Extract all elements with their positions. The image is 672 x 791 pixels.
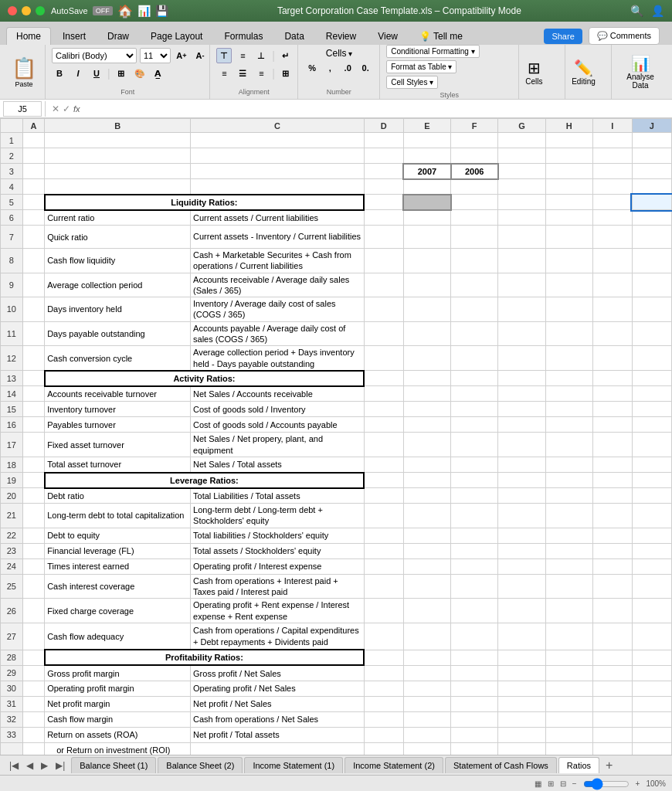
tab-review[interactable]: Review <box>316 27 366 45</box>
cell-b28[interactable]: Profitability Ratios: <box>45 650 365 665</box>
tab-data[interactable]: Data <box>274 27 314 45</box>
cell-b14[interactable]: Accounts receivable turnover <box>45 386 191 402</box>
cell-h19[interactable] <box>545 473 592 488</box>
cell-e11[interactable] <box>403 321 450 346</box>
cell-i2[interactable] <box>592 148 632 164</box>
italic-button[interactable]: I <box>70 66 86 81</box>
cell-i7[interactable] <box>592 226 632 249</box>
cell-d1[interactable] <box>364 133 403 148</box>
cell-e5[interactable] <box>403 195 450 210</box>
cell-g1[interactable] <box>498 133 545 148</box>
cell-j27[interactable] <box>632 623 671 650</box>
cell-j16[interactable] <box>632 417 671 433</box>
cell-e22[interactable] <box>403 528 450 543</box>
cell-g28[interactable] <box>498 650 545 665</box>
cell-c16[interactable]: Cost of goods sold / Accounts payable <box>191 417 365 433</box>
cell-d20[interactable] <box>364 488 403 504</box>
cell-styles-button[interactable]: Cell Styles ▾ <box>386 76 438 89</box>
cell-c29[interactable]: Gross profit / Net Sales <box>191 665 365 681</box>
tab-tell-me[interactable]: 💡 Tell me <box>409 27 473 45</box>
cell-a25[interactable] <box>22 574 45 599</box>
cell-e21[interactable] <box>403 504 450 528</box>
cell-h27[interactable] <box>545 623 592 650</box>
cell-c17[interactable]: Net Sales / Net propery, plant, and equi… <box>191 433 365 457</box>
cell-h2[interactable] <box>545 148 592 164</box>
cell-i25[interactable] <box>592 574 632 599</box>
cell-f14[interactable] <box>451 386 498 402</box>
cell-j31[interactable] <box>632 696 671 711</box>
cell-i33b[interactable] <box>592 742 632 755</box>
cell-a13[interactable] <box>22 371 45 386</box>
cell-j33b[interactable] <box>632 742 671 755</box>
cell-d5[interactable] <box>364 195 403 210</box>
cell-c11[interactable]: Accounts payable / Average daily cost of… <box>191 321 365 346</box>
cell-c2[interactable] <box>191 148 365 164</box>
col-header-a[interactable]: A <box>22 119 45 133</box>
cell-d9[interactable] <box>364 273 403 297</box>
cell-g33b[interactable] <box>498 742 545 755</box>
cell-a19[interactable] <box>22 473 45 488</box>
tab-insert[interactable]: Insert <box>53 27 96 45</box>
cell-i1[interactable] <box>592 133 632 148</box>
cell-e13[interactable] <box>403 371 450 386</box>
cell-g8[interactable] <box>498 249 545 273</box>
cell-g20[interactable] <box>498 488 545 504</box>
cell-e26[interactable] <box>403 599 450 623</box>
cell-a6[interactable] <box>22 210 45 226</box>
cell-i18[interactable] <box>592 457 632 473</box>
cell-g16[interactable] <box>498 417 545 433</box>
cell-h15[interactable] <box>545 402 592 417</box>
cell-e6[interactable] <box>403 210 450 226</box>
cell-h24[interactable] <box>545 558 592 574</box>
cell-f11[interactable] <box>451 321 498 346</box>
cell-b10[interactable]: Days inventory held <box>45 297 191 322</box>
cell-c9[interactable]: Accounts receivable / Average daily sale… <box>191 273 365 297</box>
cell-f13[interactable] <box>451 371 498 386</box>
cell-a30[interactable] <box>22 681 45 696</box>
cell-g30[interactable] <box>498 681 545 696</box>
cell-i29[interactable] <box>592 665 632 681</box>
cell-g13[interactable] <box>498 371 545 386</box>
cell-a31[interactable] <box>22 696 45 711</box>
cell-d3[interactable] <box>364 164 403 179</box>
col-header-i[interactable]: I <box>592 119 632 133</box>
cell-i28[interactable] <box>592 650 632 665</box>
cell-i21[interactable] <box>592 504 632 528</box>
cell-h20[interactable] <box>545 488 592 504</box>
cell-i14[interactable] <box>592 386 632 402</box>
cell-a7[interactable] <box>22 226 45 249</box>
cell-c20[interactable]: Total Liabilities / Total assets <box>191 488 365 504</box>
cell-e29[interactable] <box>403 665 450 681</box>
cell-i6[interactable] <box>592 210 632 226</box>
next-tab-button[interactable]: ▶ <box>38 759 51 772</box>
cell-b29[interactable]: Gross profit margin <box>45 665 191 681</box>
cell-d29[interactable] <box>364 665 403 681</box>
cell-g19[interactable] <box>498 473 545 488</box>
cell-d4[interactable] <box>364 179 403 195</box>
cell-d7[interactable] <box>364 226 403 249</box>
cell-b7[interactable]: Quick ratio <box>45 226 191 249</box>
cell-e9[interactable] <box>403 273 450 297</box>
cell-g15[interactable] <box>498 402 545 417</box>
cell-d18[interactable] <box>364 457 403 473</box>
cell-j23[interactable] <box>632 543 671 558</box>
cell-i26[interactable] <box>592 599 632 623</box>
cell-i22[interactable] <box>592 528 632 543</box>
cell-e2[interactable] <box>403 148 450 164</box>
cell-f12[interactable] <box>451 346 498 371</box>
cell-g3[interactable] <box>498 164 545 179</box>
cell-j11[interactable] <box>632 321 671 346</box>
cell-c23[interactable]: Total assets / Stockholders' equity <box>191 543 365 558</box>
cell-c26[interactable]: Operating profit + Rent expense / Intere… <box>191 599 365 623</box>
cell-h16[interactable] <box>545 417 592 433</box>
cell-e23[interactable] <box>403 543 450 558</box>
cell-i11[interactable] <box>592 321 632 346</box>
cell-f17[interactable] <box>451 433 498 457</box>
cell-c4[interactable] <box>191 179 365 195</box>
cell-c32[interactable]: Cash from operations / Net Sales <box>191 711 365 727</box>
cell-e3[interactable]: 2007 <box>403 164 450 179</box>
cell-c33[interactable]: Net profit / Total assets <box>191 727 365 742</box>
cell-i24[interactable] <box>592 558 632 574</box>
cell-h30[interactable] <box>545 681 592 696</box>
cell-j20[interactable] <box>632 488 671 504</box>
